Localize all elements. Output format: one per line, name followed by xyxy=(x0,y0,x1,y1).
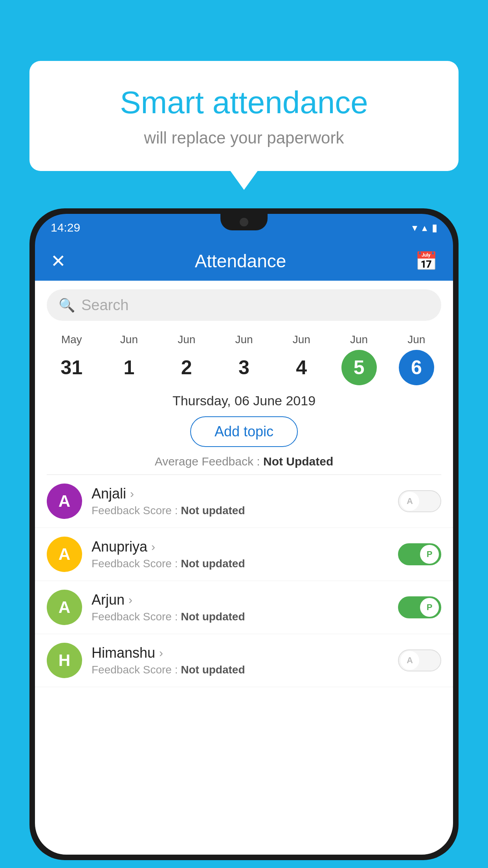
student-feedback: Feedback Score : Not updated xyxy=(92,504,398,517)
student-info: Arjun ›Feedback Score : Not updated xyxy=(92,592,398,623)
date-month: Jun xyxy=(293,333,310,346)
status-time: 14:29 xyxy=(51,221,80,234)
notch xyxy=(220,214,268,230)
selected-date-label: Thursday, 06 June 2019 xyxy=(35,385,453,412)
bubble-title: Smart attendance xyxy=(61,85,427,121)
student-row[interactable]: AAnjali ›Feedback Score : Not updatedA xyxy=(35,475,453,528)
attendance-toggle-container[interactable]: P xyxy=(398,543,441,565)
student-row[interactable]: AArjun ›Feedback Score : Not updatedP xyxy=(35,581,453,634)
student-name: Anupriya › xyxy=(92,539,398,555)
student-feedback: Feedback Score : Not updated xyxy=(92,611,398,623)
student-avatar: A xyxy=(47,484,82,519)
chevron-icon: › xyxy=(130,487,134,500)
attendance-toggle-container[interactable]: A xyxy=(398,649,441,671)
date-number: 5 xyxy=(341,350,377,385)
avg-feedback: Average Feedback : Not Updated xyxy=(35,451,453,474)
student-info: Himanshu ›Feedback Score : Not updated xyxy=(92,645,398,676)
date-item[interactable]: Jun3 xyxy=(224,333,264,385)
student-row[interactable]: AAnupriya ›Feedback Score : Not updatedP xyxy=(35,528,453,581)
date-month: Jun xyxy=(350,333,368,346)
app-content: 🔍 Search May31Jun1Jun2Jun3Jun4Jun5Jun6 T… xyxy=(35,281,453,855)
student-feedback: Feedback Score : Not updated xyxy=(92,664,398,676)
toggle-knob: A xyxy=(400,492,419,511)
date-item[interactable]: Jun5 xyxy=(339,333,379,385)
date-number: 6 xyxy=(399,350,434,385)
app-bar-title: Attendance xyxy=(195,250,286,272)
date-number: 1 xyxy=(111,350,147,385)
camera xyxy=(240,218,248,226)
date-item[interactable]: May31 xyxy=(52,333,91,385)
phone-inner: 14:29 ▾ ▴ ▮ ✕ Attendance 📅 🔍 Search May3… xyxy=(35,214,453,855)
signal-icon: ▴ xyxy=(422,222,427,234)
date-item[interactable]: Jun2 xyxy=(167,333,206,385)
student-row[interactable]: HHimanshu ›Feedback Score : Not updatedA xyxy=(35,634,453,687)
status-bar: 14:29 ▾ ▴ ▮ xyxy=(35,214,453,241)
bubble-subtitle: will replace your paperwork xyxy=(61,129,427,147)
date-number: 4 xyxy=(284,350,319,385)
student-name: Arjun › xyxy=(92,592,398,608)
chevron-icon: › xyxy=(128,593,132,607)
student-avatar: A xyxy=(47,537,82,572)
calendar-icon[interactable]: 📅 xyxy=(415,250,437,272)
attendance-toggle[interactable]: P xyxy=(398,543,441,565)
date-row: May31Jun1Jun2Jun3Jun4Jun5Jun6 xyxy=(35,329,453,385)
date-item[interactable]: Jun4 xyxy=(282,333,321,385)
date-item[interactable]: Jun6 xyxy=(397,333,436,385)
attendance-toggle[interactable]: A xyxy=(398,649,441,671)
student-avatar: H xyxy=(47,643,82,678)
close-icon[interactable]: ✕ xyxy=(51,250,66,272)
attendance-toggle[interactable]: A xyxy=(398,490,441,512)
avg-feedback-value: Not Updated xyxy=(263,455,333,468)
chevron-icon: › xyxy=(151,540,155,554)
attendance-toggle[interactable]: P xyxy=(398,596,441,618)
phone-frame: 14:29 ▾ ▴ ▮ ✕ Attendance 📅 🔍 Search May3… xyxy=(29,208,459,860)
student-avatar: A xyxy=(47,590,82,625)
speech-bubble: Smart attendance will replace your paper… xyxy=(29,61,459,171)
app-bar: ✕ Attendance 📅 xyxy=(35,241,453,281)
search-bar[interactable]: 🔍 Search xyxy=(47,289,441,321)
attendance-toggle-container[interactable]: A xyxy=(398,490,441,512)
toggle-knob: P xyxy=(420,545,439,564)
date-number: 2 xyxy=(169,350,204,385)
student-list: AAnjali ›Feedback Score : Not updatedAAA… xyxy=(35,475,453,687)
toggle-knob: P xyxy=(420,598,439,617)
date-number: 31 xyxy=(54,350,89,385)
add-topic-button[interactable]: Add topic xyxy=(190,416,298,447)
chevron-icon: › xyxy=(159,646,163,660)
search-icon: 🔍 xyxy=(59,297,75,313)
status-icons: ▾ ▴ ▮ xyxy=(412,222,437,234)
student-info: Anjali ›Feedback Score : Not updated xyxy=(92,485,398,517)
date-month: Jun xyxy=(235,333,253,346)
toggle-knob: A xyxy=(400,651,419,670)
date-month: May xyxy=(61,333,82,346)
student-name: Himanshu › xyxy=(92,645,398,661)
avg-feedback-label: Average Feedback : xyxy=(155,455,263,468)
date-month: Jun xyxy=(407,333,425,346)
date-month: Jun xyxy=(120,333,138,346)
attendance-toggle-container[interactable]: P xyxy=(398,596,441,618)
date-item[interactable]: Jun1 xyxy=(109,333,149,385)
student-feedback: Feedback Score : Not updated xyxy=(92,557,398,570)
speech-bubble-container: Smart attendance will replace your paper… xyxy=(29,61,459,171)
student-name: Anjali › xyxy=(92,485,398,502)
date-number: 3 xyxy=(226,350,262,385)
battery-icon: ▮ xyxy=(432,222,437,234)
wifi-icon: ▾ xyxy=(412,222,417,234)
search-placeholder: Search xyxy=(81,297,128,314)
date-month: Jun xyxy=(178,333,195,346)
student-info: Anupriya ›Feedback Score : Not updated xyxy=(92,539,398,570)
